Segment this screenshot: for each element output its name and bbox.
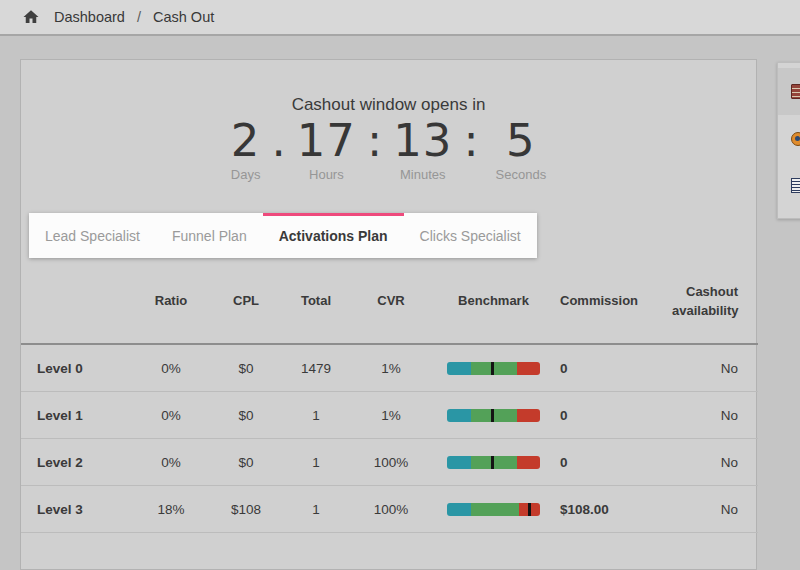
benchmark-bar: [447, 503, 540, 516]
side-menu-item-1[interactable]: [778, 68, 800, 115]
countdown-hours: 17 Hours: [297, 117, 356, 182]
clock-icon: [791, 132, 800, 146]
table-row: Level 3 18% $108 1 100% $108.00 No: [21, 486, 758, 533]
countdown-seconds-value: 5: [506, 117, 536, 164]
countdown-separator: :: [460, 117, 481, 164]
levels-table: Ratio CPL Total CVR Benchmark Commission…: [21, 259, 758, 533]
commission-value: 0: [556, 439, 671, 486]
level-label: Level 2: [21, 439, 131, 486]
cpl-value: $0: [211, 439, 281, 486]
tab-clicks-specialist[interactable]: Clicks Specialist: [404, 213, 537, 258]
benchmark-bar: [447, 456, 540, 469]
tab-lead-specialist[interactable]: Lead Specialist: [29, 213, 156, 258]
table-header-row: Ratio CPL Total CVR Benchmark Commission…: [21, 259, 758, 344]
benchmark-bar: [447, 409, 540, 422]
cpl-value: $0: [211, 344, 281, 392]
availability-value: No: [671, 344, 758, 392]
cvr-value: 100%: [351, 439, 431, 486]
side-menu-item-2[interactable]: [778, 115, 800, 162]
cvr-value: 1%: [351, 344, 431, 392]
level-label: Level 1: [21, 392, 131, 439]
ratio-value: 18%: [131, 486, 211, 533]
countdown-minutes-value: 13: [393, 117, 452, 164]
topbar: Dashboard / Cash Out: [0, 0, 800, 36]
countdown-seconds: 5 Seconds: [496, 117, 547, 182]
col-header-cashout-availability: Cashout availability: [671, 259, 758, 344]
col-header-commission: Commission: [556, 259, 671, 344]
countdown-timer: 2 Days . 17 Hours : 13 Minutes : 5 Secon…: [21, 117, 756, 182]
countdown-minutes-label: Minutes: [400, 167, 446, 182]
commission-value: $108.00: [556, 486, 671, 533]
countdown-days-value: 2: [231, 117, 261, 164]
ratio-value: 0%: [131, 344, 211, 392]
countdown-hours-value: 17: [297, 117, 356, 164]
col-header-ratio: Ratio: [131, 259, 211, 344]
total-value: 1479: [281, 344, 351, 392]
countdown-days: 2 Days: [231, 117, 261, 182]
breadcrumb: Dashboard / Cash Out: [54, 9, 214, 25]
col-header-cpl: CPL: [211, 259, 281, 344]
cvr-value: 1%: [351, 392, 431, 439]
countdown-days-label: Days: [231, 167, 261, 182]
table-row: Level 2 0% $0 1 100% 0 No: [21, 439, 758, 486]
home-icon[interactable]: [22, 8, 40, 26]
cashout-card: Cashout window opens in 2 Days . 17 Hour…: [20, 59, 757, 570]
commission-value: 0: [556, 392, 671, 439]
cpl-value: $108: [211, 486, 281, 533]
table-row: Level 1 0% $0 1 1% 0 No: [21, 392, 758, 439]
total-value: 1: [281, 486, 351, 533]
level-label: Level 0: [21, 344, 131, 392]
ledger-icon: [791, 84, 800, 99]
total-value: 1: [281, 392, 351, 439]
countdown-title: Cashout window opens in: [21, 95, 756, 115]
ratio-value: 0%: [131, 392, 211, 439]
benchmark-bar: [447, 362, 540, 375]
availability-value: No: [671, 486, 758, 533]
tab-funnel-plan[interactable]: Funnel Plan: [156, 213, 263, 258]
level-label: Level 3: [21, 486, 131, 533]
countdown-separator: :: [364, 117, 385, 164]
cvr-value: 100%: [351, 486, 431, 533]
breadcrumb-item-dashboard[interactable]: Dashboard: [54, 9, 125, 25]
col-header-level: [21, 259, 131, 344]
countdown-separator: .: [268, 117, 288, 164]
breadcrumb-item-cash-out[interactable]: Cash Out: [153, 9, 214, 25]
table-row: Level 0 0% $0 1479 1% 0 No: [21, 344, 758, 392]
countdown-minutes: 13 Minutes: [393, 117, 452, 182]
ratio-value: 0%: [131, 439, 211, 486]
availability-value: No: [671, 439, 758, 486]
clipboard-icon: [791, 178, 800, 193]
col-header-benchmark: Benchmark: [431, 259, 556, 344]
commission-value: 0: [556, 344, 671, 392]
side-menu-item-3[interactable]: [778, 162, 800, 209]
breadcrumb-separator: /: [137, 9, 141, 25]
col-header-cvr: CVR: [351, 259, 431, 344]
cpl-value: $0: [211, 392, 281, 439]
countdown-hours-label: Hours: [309, 167, 344, 182]
countdown-seconds-label: Seconds: [496, 167, 547, 182]
tab-bar: Lead Specialist Funnel Plan Activations …: [29, 213, 537, 258]
total-value: 1: [281, 439, 351, 486]
col-header-total: Total: [281, 259, 351, 344]
side-menu: [777, 62, 800, 219]
tab-activations-plan[interactable]: Activations Plan: [263, 213, 404, 258]
availability-value: No: [671, 392, 758, 439]
